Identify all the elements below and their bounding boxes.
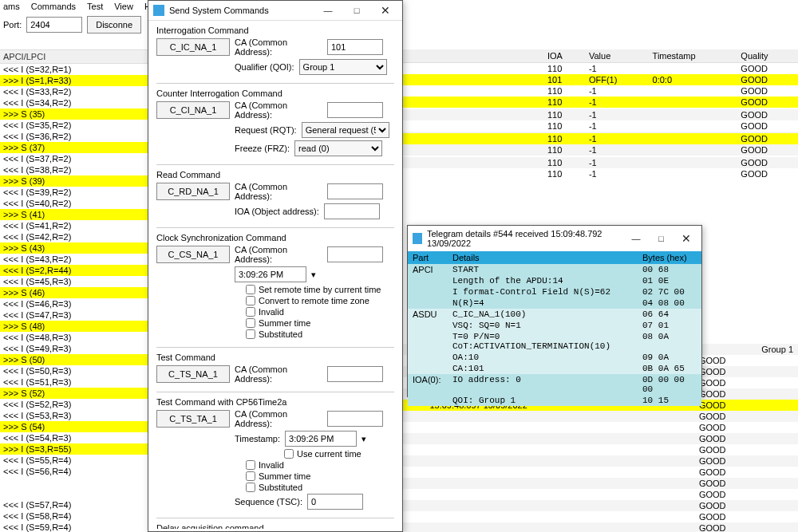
log-row[interactable]: <<< I (S=53,R=3) [0,410,152,421]
log-row[interactable]: <<< I (S=52,R=3) [0,399,152,410]
log-row[interactable]: >>> I (S=1,R=33) [0,75,152,86]
close-button[interactable]: ✕ [373,4,397,17]
col-part[interactable]: Part [408,251,448,264]
minimize-button[interactable]: — [316,6,340,15]
details-row[interactable]: OA:1009 0A [408,352,701,363]
details-row[interactable]: QOI: Group 110 15 [408,395,701,406]
chk-invalid[interactable] [246,307,255,317]
log-row[interactable]: <<< I (S=48,R=3) [0,332,152,343]
minimize-button[interactable]: — [626,234,646,243]
log-row[interactable]: >>> S (35) [0,108,152,120]
menu-ams[interactable]: ams [3,2,20,11]
details-row[interactable]: IOA(0):IO address: 00D 00 00 00 [408,374,701,395]
ca-input[interactable] [327,366,383,382]
rqt-select[interactable]: General request (5) [302,122,389,138]
seq-input[interactable] [307,494,363,510]
chk-summer[interactable] [246,318,255,328]
log-row[interactable]: <<< I (S=42,R=2) [0,231,152,242]
menu-view[interactable]: View [114,2,133,11]
log-row[interactable]: >>> S (37) [0,142,152,153]
close-button[interactable]: ✕ [676,232,697,245]
chk-remote-time[interactable] [246,285,255,294]
log-row[interactable]: <<< I (S=2,R=44) [0,265,152,276]
log-row[interactable]: <<< I (S=46,R=3) [0,298,152,309]
log-row[interactable]: <<< I (S=50,R=3) [0,365,152,376]
c-ic-na-1-button[interactable]: C_IC_NA_1 [156,38,230,56]
log-row[interactable]: <<< I (S=39,R=2) [0,187,152,198]
chk-substituted[interactable] [246,483,255,492]
log-row[interactable]: <<< I (S=55,R=4) [0,455,152,466]
log-row[interactable]: >>> S (48) [0,321,152,332]
log-row[interactable]: <<< I (S=36,R=2) [0,131,152,142]
dialog-titlebar[interactable]: Telegram details #544 received 15:09:48.… [408,226,701,251]
details-row[interactable]: CA:1010B 0A 65 [408,363,701,374]
log-row[interactable]: <<< I (S=37,R=2) [0,153,152,164]
log-row[interactable]: <<< I (S=47,R=3) [0,309,152,321]
dropdown-icon[interactable]: ▾ [361,434,366,444]
log-row[interactable]: >>> S (52) [0,388,152,399]
c-ts-na-1-button[interactable]: C_TS_NA_1 [156,365,230,383]
log-row[interactable]: <<< I (S=34,R=2) [0,97,152,108]
log-row[interactable]: >>> S (41) [0,209,152,220]
log-row[interactable]: <<< I (S=38,R=2) [0,164,152,175]
frz-select[interactable]: read (0) [294,140,382,156]
menu-test[interactable]: Test [87,2,103,11]
details-row[interactable]: APCISTART00 68 [408,264,701,275]
ts-input[interactable] [285,431,357,447]
log-row[interactable]: <<< I (S=51,R=3) [0,376,152,388]
details-row[interactable]: Length of the APDU:1401 0E [408,275,701,286]
chk-usecurrent[interactable] [284,449,294,459]
log-row[interactable]: >>> S (46) [0,287,152,298]
qoi-select[interactable]: Group 1 [299,59,387,75]
col-ts[interactable]: Timestamp [648,49,737,63]
time-input[interactable] [235,266,306,282]
col-value[interactable]: Value [584,49,648,63]
col-bytes[interactable]: Bytes (hex) [638,251,701,264]
ca-input[interactable] [327,411,383,427]
col-quality[interactable]: Quality [736,49,798,63]
details-row[interactable]: VSQ: SQ=0 N=107 01 [408,320,701,331]
details-row[interactable]: T=0 P/N=0 CoT:ACTIVATION_TERMINATION(10)… [408,331,701,352]
log-row[interactable]: >>> S (39) [0,175,152,187]
log-row[interactable]: >>> S (54) [0,421,152,432]
chk-summer[interactable] [246,471,255,481]
log-row[interactable]: <<< I (S=33,R=2) [0,86,152,97]
dialog-titlebar[interactable]: Send System Commands — □ ✕ [148,1,402,21]
maximize-button[interactable]: □ [345,6,369,15]
menu-commands[interactable]: Commands [31,2,76,11]
log-row[interactable]: <<< I (S=59,R=4) [0,522,152,532]
log-row[interactable]: <<< I (S=45,R=3) [0,276,152,287]
log-row[interactable]: <<< I (S=41,R=2) [0,220,152,231]
log-row[interactable]: >>> S (50) [0,354,152,365]
c-cs-na-1-button[interactable]: C_CS_NA_1 [156,246,230,263]
chk-convert-tz[interactable] [246,296,255,305]
log-row[interactable]: <<< I (S=40,R=2) [0,198,152,209]
ca-input[interactable] [327,183,383,199]
col-details[interactable]: Details [448,251,638,264]
details-row[interactable]: N(R)=404 08 00 [408,298,701,309]
log-row[interactable]: <<< I (S=43,R=2) [0,254,152,265]
ca-input[interactable] [327,39,383,55]
c-rd-na-1-button[interactable]: C_RD_NA_1 [156,183,230,200]
col-ioa[interactable]: IOA [543,49,584,63]
c-ts-ta-1-button[interactable]: C_TS_TA_1 [156,410,230,428]
port-input[interactable] [26,17,82,33]
log-row[interactable]: <<< I (S=56,R=4) [0,466,152,477]
log-row[interactable]: >>> I (S=3,R=55) [0,443,152,455]
details-row[interactable]: ASDUC_IC_NA_1(100)06 64 [408,309,701,320]
chk-substituted[interactable] [246,329,255,339]
log-row[interactable]: <<< I (S=57,R=4) [0,499,152,510]
log-row[interactable]: <<< I (S=49,R=3) [0,343,152,354]
c-ci-na-1-button[interactable]: C_CI_NA_1 [156,101,230,119]
ca-input[interactable] [327,102,383,118]
log-row[interactable]: <<< I (S=32,R=1) [0,64,152,75]
maximize-button[interactable]: □ [651,234,672,243]
log-row[interactable]: <<< I (S=35,R=2) [0,120,152,131]
log-row[interactable]: <<< I (S=58,R=4) [0,510,152,522]
log-row[interactable]: <<< I (S=54,R=3) [0,432,152,443]
ioa-input[interactable] [324,203,380,219]
disconnect-button[interactable]: Disconne [87,16,141,33]
dropdown-icon[interactable]: ▾ [311,270,316,280]
chk-invalid[interactable] [246,460,255,470]
log-row[interactable]: >>> S (43) [0,242,152,254]
